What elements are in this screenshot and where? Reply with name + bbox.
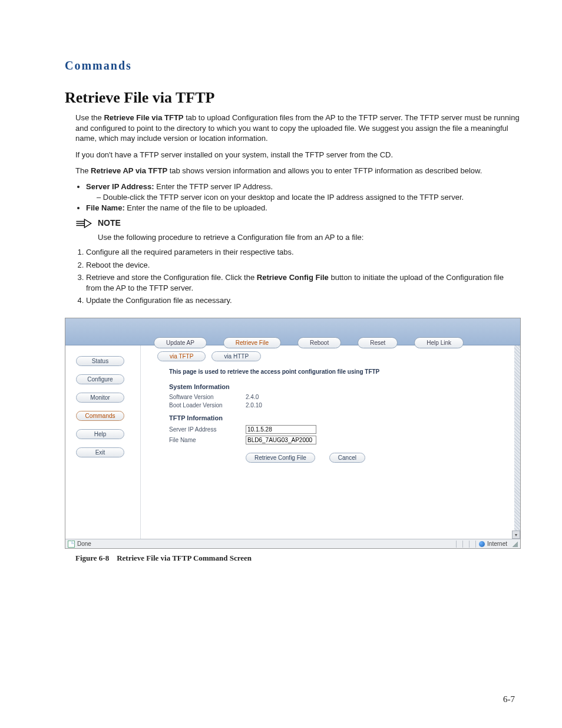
sidebar-item-status[interactable]: Status [76, 356, 124, 366]
separator [462, 541, 463, 548]
side-nav: Status Configure Monitor Commands Help E… [65, 345, 141, 539]
sub-tab-via-tftp[interactable]: via TFTP [157, 351, 206, 361]
figure-caption: Figure 6-8 Retrieve File via TFTP Comman… [75, 554, 521, 563]
scroll-track-texture [514, 345, 520, 539]
app-screenshot: Update AP Retrieve File Reboot Reset Hel… [65, 318, 521, 549]
sidebar-item-monitor[interactable]: Monitor [76, 393, 124, 403]
sub-list: Double-click the TFTP server icon on you… [97, 193, 521, 202]
row-server-ip: Server IP Address [169, 425, 508, 434]
server-ip-input[interactable] [246, 425, 316, 434]
internet-icon [479, 541, 485, 547]
page-header: Commands [65, 59, 521, 73]
sidebar-item-help[interactable]: Help [76, 429, 124, 439]
intro-paragraph: Use the Retrieve File via TFTP tab to up… [75, 113, 521, 144]
label-software-version: Software Version [169, 394, 246, 400]
list-item: Configure all the required parameters in… [86, 247, 521, 258]
panel-description: This page is used to retrieve the access… [169, 368, 508, 375]
tab-reboot[interactable]: Reboot [297, 337, 341, 348]
sidebar-item-commands[interactable]: Commands [76, 411, 124, 421]
svg-marker-3 [84, 219, 91, 228]
retrieve-config-button[interactable]: Retrieve Config File [246, 453, 315, 463]
list-item: Reboot the device. [86, 260, 521, 271]
status-done-text: Done [77, 541, 91, 547]
status-bar: Done Internet [65, 539, 520, 548]
tab-update-ap[interactable]: Update AP [154, 337, 207, 348]
section-title: Retrieve File via TFTP [65, 89, 521, 107]
bullet-list: Server IP Address: Enter the TFTP server… [75, 182, 521, 212]
row-file-name: File Name [169, 436, 508, 444]
button-row: Retrieve Config File Cancel [246, 453, 508, 463]
note-label: NOTE [98, 218, 121, 228]
separator [475, 541, 476, 548]
sidebar-item-configure[interactable]: Configure [76, 374, 124, 384]
text: Enter the TFTP server IP Address. [154, 182, 273, 191]
figure-title: Retrieve File via TFTP Command Screen [117, 554, 252, 562]
page-number: 6-7 [503, 694, 515, 704]
separator [469, 541, 470, 548]
separator [456, 541, 457, 548]
scroll-down-button[interactable]: ▾ [512, 531, 520, 539]
tab-retrieve-file[interactable]: Retrieve File [223, 337, 281, 348]
top-tab-bar: Update AP Retrieve File Reboot Reset Hel… [65, 318, 520, 345]
text: Retrieve and store the Configuration fil… [86, 273, 257, 282]
text-bold: File Name: [86, 203, 125, 212]
note-arrow-icon [75, 218, 92, 229]
text: Enter the name of the file to be uploade… [125, 203, 267, 212]
tab-reset[interactable]: Reset [358, 337, 398, 348]
note-text: Use the following procedure to retrieve … [98, 232, 521, 243]
list-item: File Name: Enter the name of the file to… [86, 203, 521, 212]
text: tab shows version information and allows… [167, 166, 482, 175]
cancel-button[interactable]: Cancel [329, 453, 365, 463]
label-server-ip: Server IP Address [169, 426, 246, 433]
steps-list: Configure all the required parameters in… [75, 247, 521, 306]
note-block: NOTE [75, 218, 521, 229]
label-file-name: File Name [169, 437, 246, 443]
file-name-input[interactable] [246, 436, 316, 444]
resize-grip-icon[interactable] [512, 541, 518, 547]
text-bold: Retrieve Config File [257, 273, 329, 282]
sub-tab-via-http[interactable]: via HTTP [211, 351, 261, 361]
main-panel: via TFTP via HTTP This page is used to r… [141, 345, 520, 539]
row-software-version: Software Version 2.4.0 [169, 394, 508, 400]
list-item: Double-click the TFTP server icon on you… [97, 193, 521, 202]
text: Use the [75, 113, 104, 122]
row-bootloader-version: Boot Loader Version 2.0.10 [169, 402, 508, 409]
system-info-header: System Information [169, 383, 508, 390]
tftp-info-header: TFTP Information [169, 414, 508, 421]
text-bold: Server IP Address: [86, 182, 154, 191]
figure-label: Figure 6-8 [75, 554, 109, 562]
text: The [75, 166, 91, 175]
paragraph-no-tftp: If you don't have a TFTP server installe… [75, 150, 521, 160]
value-bootloader-version: 2.0.10 [246, 402, 262, 409]
paragraph-retrieve-ap: The Retrieve AP via TFTP tab shows versi… [75, 166, 521, 176]
text-bold: Retrieve File via TFTP [104, 113, 183, 122]
page-icon [68, 541, 75, 548]
status-internet-text: Internet [487, 541, 507, 547]
sidebar-item-exit[interactable]: Exit [76, 447, 124, 457]
value-software-version: 2.4.0 [246, 394, 259, 400]
tab-help-link[interactable]: Help Link [414, 337, 464, 348]
text-bold: Retrieve AP via TFTP [91, 166, 167, 175]
list-item: Update the Configuration file as necessa… [86, 295, 521, 306]
label-bootloader-version: Boot Loader Version [169, 402, 246, 409]
list-item: Retrieve and store the Configuration fil… [86, 272, 521, 293]
list-item: Server IP Address: Enter the TFTP server… [86, 182, 521, 202]
